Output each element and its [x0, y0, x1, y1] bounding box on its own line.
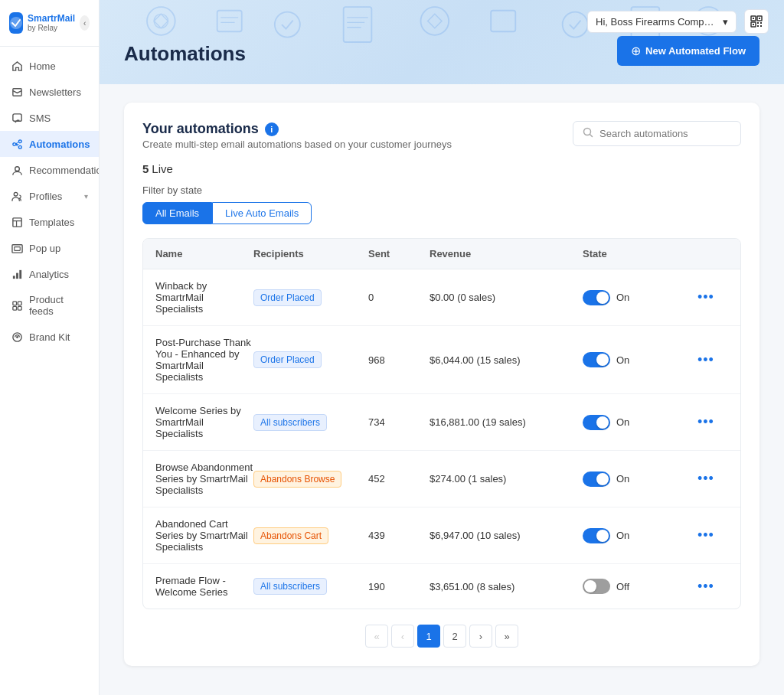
state-label: On	[616, 292, 629, 303]
info-icon[interactable]: i	[265, 122, 279, 136]
sidebar-item-sms[interactable]: SMS	[0, 105, 99, 131]
qr-code-button[interactable]	[744, 9, 769, 34]
more-options-button[interactable]: •••	[697, 414, 728, 430]
state-toggle[interactable]	[583, 415, 610, 430]
filter-tab-all-emails[interactable]: All Emails	[142, 202, 212, 224]
svg-point-6	[15, 166, 19, 171]
svg-rect-12	[16, 272, 18, 279]
automations-header: Your automations i Create multi-step ema…	[142, 121, 741, 150]
sidebar-item-profiles[interactable]: Profiles ▾	[0, 183, 99, 209]
filter-tab-live-auto-emails[interactable]: Live Auto Emails	[212, 202, 312, 224]
pagination-last-button[interactable]: »	[495, 625, 518, 648]
svg-point-25	[421, 7, 449, 35]
svg-point-7	[14, 192, 18, 196]
newsletters-icon	[11, 86, 23, 98]
col-name: Name	[155, 248, 253, 259]
sidebar-item-brand-kit[interactable]: Brand Kit	[0, 324, 99, 350]
col-sent: Sent	[368, 248, 430, 259]
main-nav: Home Newsletters SMS Autom	[0, 47, 99, 695]
sidebar-item-home[interactable]: Home	[0, 53, 99, 79]
recipient-badge[interactable]: All subscribers	[253, 414, 327, 431]
automations-table: Name Recipients Sent Revenue State Winba…	[142, 238, 741, 609]
table-header: Name Recipients Sent Revenue State	[143, 239, 740, 269]
recipient-badge[interactable]: All subscribers	[253, 578, 327, 595]
sidebar-item-product-feeds[interactable]: Product feeds	[0, 287, 99, 324]
sidebar-item-label: Recommendations	[29, 165, 99, 176]
svg-point-4	[18, 139, 21, 142]
svg-rect-39	[760, 25, 762, 27]
table-row: Premade Flow - Welcome Series All subscr…	[143, 564, 740, 609]
row-name: Welcome Series by SmartrMail Specialists	[155, 405, 253, 439]
svg-point-19	[16, 336, 18, 338]
svg-point-20	[147, 7, 175, 35]
row-recipients: Abandons Cart	[253, 527, 368, 544]
recipient-badge[interactable]: Order Placed	[253, 289, 322, 306]
state-toggle[interactable]	[583, 471, 610, 487]
state-toggle[interactable]	[583, 528, 610, 543]
automations-subtitle: Create multi-step email automations base…	[142, 139, 452, 150]
row-name: Winback by SmartrMail Specialists	[155, 280, 253, 315]
search-input[interactable]	[599, 128, 731, 139]
sidebar-item-recommendations[interactable]: Recommendations	[0, 157, 99, 183]
more-options-button[interactable]: •••	[697, 579, 728, 595]
more-options-button[interactable]: •••	[697, 527, 728, 543]
filter-tabs: All Emails Live Auto Emails	[142, 202, 741, 224]
sidebar-item-label: Brand Kit	[29, 331, 88, 343]
sidebar-item-analytics[interactable]: Analytics	[0, 261, 99, 287]
recipient-badge[interactable]: Order Placed	[253, 351, 322, 368]
state-label: On	[616, 473, 629, 485]
row-name: Post-Purchase Thank You - Enhanced by Sm…	[155, 337, 253, 383]
pagination-page-1-button[interactable]: 1	[417, 625, 440, 648]
svg-rect-16	[12, 306, 16, 310]
home-icon	[11, 60, 23, 72]
state-toggle[interactable]	[583, 290, 610, 305]
pagination-prev-button[interactable]: ‹	[391, 625, 414, 648]
live-count-area: 5Live	[142, 162, 741, 175]
new-automated-flow-button[interactable]: ⊕ New Automated Flow	[617, 36, 760, 66]
state-label: Off	[616, 581, 629, 592]
row-state: Off	[583, 579, 697, 594]
sidebar-item-label: Pop up	[29, 243, 88, 254]
sidebar: SmartrMail by Relay ‹ Home Newsletters	[0, 0, 100, 695]
sidebar-item-label: Analytics	[29, 269, 88, 280]
automations-icon	[11, 138, 23, 150]
pagination-next-button[interactable]: ›	[469, 625, 492, 648]
pagination-first-button[interactable]: «	[365, 625, 388, 648]
live-number: 5	[142, 162, 149, 175]
state-toggle[interactable]	[583, 579, 610, 594]
svg-rect-14	[12, 301, 16, 305]
sidebar-item-popup[interactable]: Pop up	[0, 235, 99, 261]
row-sent: 968	[368, 354, 430, 366]
analytics-icon	[11, 268, 23, 280]
state-toggle[interactable]	[583, 352, 610, 367]
recipient-badge[interactable]: Abandons Browse	[253, 471, 341, 488]
account-selector[interactable]: Hi, Boss Firearms Compan... ▾	[587, 11, 737, 33]
state-label: On	[616, 354, 629, 366]
svg-point-27	[563, 12, 588, 38]
row-revenue: $3,651.00 (8 sales)	[430, 581, 583, 592]
more-options-button[interactable]: •••	[697, 289, 728, 305]
table-row: Welcome Series by SmartrMail Specialists…	[143, 394, 740, 451]
svg-rect-15	[18, 301, 21, 305]
profiles-icon	[11, 190, 23, 202]
plus-icon: ⊕	[631, 44, 641, 58]
svg-rect-38	[757, 25, 759, 27]
sidebar-collapse-button[interactable]: ‹	[80, 15, 90, 31]
table-row: Abandoned Cart Series by SmartrMail Spec…	[143, 507, 740, 564]
row-name: Abandoned Cart Series by SmartrMail Spec…	[155, 518, 253, 553]
svg-rect-9	[11, 244, 21, 252]
logo-brand: SmartrMail	[28, 14, 75, 24]
table-row: Post-Purchase Thank You - Enhanced by Sm…	[143, 326, 740, 394]
row-name: Premade Flow - Welcome Series	[155, 575, 253, 598]
more-options-button[interactable]: •••	[697, 352, 728, 368]
recipient-badge[interactable]: Abandons Cart	[253, 527, 328, 544]
automations-title-row: Your automations i	[142, 121, 452, 137]
search-icon	[583, 127, 593, 140]
sidebar-item-templates[interactable]: Templates	[0, 209, 99, 235]
sidebar-item-automations[interactable]: Automations	[0, 131, 99, 157]
sidebar-item-newsletters[interactable]: Newsletters	[0, 79, 99, 105]
more-options-button[interactable]: •••	[697, 471, 728, 487]
pagination-page-2-button[interactable]: 2	[443, 625, 466, 648]
row-sent: 0	[368, 292, 430, 303]
svg-rect-13	[19, 269, 21, 278]
